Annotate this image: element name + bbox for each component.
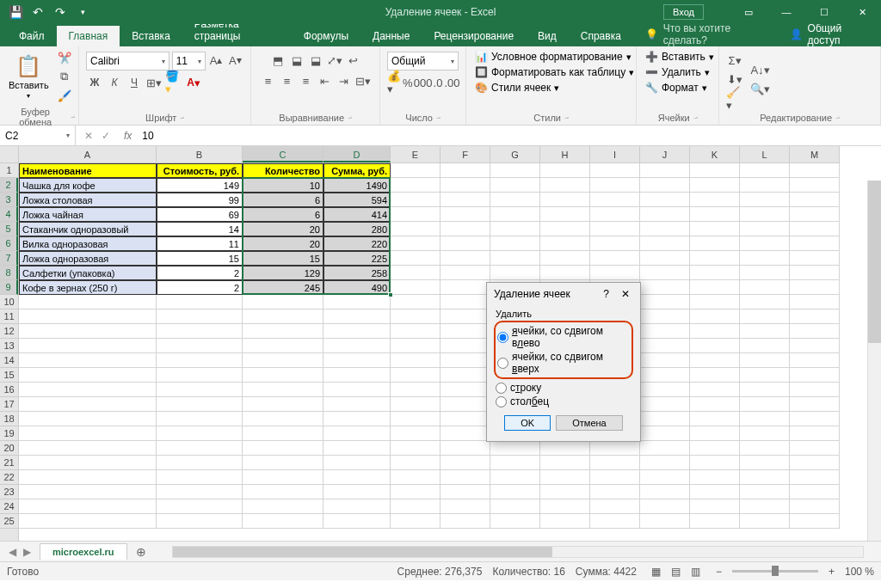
cell[interactable] [640,236,690,251]
undo-icon[interactable]: ↶ [28,2,48,22]
cell[interactable] [490,207,540,222]
dialog-close-button[interactable]: ✕ [618,288,633,300]
row-header[interactable]: 17 [0,397,18,412]
cancel-formula-icon[interactable]: ✕ [84,130,93,142]
cell[interactable] [440,193,490,207]
cut-icon[interactable]: ✂️ [56,49,73,66]
format-cells-button[interactable]: 🔧Формат ▾ [642,81,713,95]
cell[interactable] [740,266,790,280]
selection-handle[interactable] [388,292,393,297]
cell[interactable] [490,441,540,456]
cell[interactable] [740,368,790,383]
cell[interactable] [440,222,490,236]
cell[interactable] [19,456,157,470]
row-header[interactable]: 21 [0,456,18,470]
cell[interactable] [391,383,440,397]
cell[interactable]: Количество [243,163,323,178]
cell[interactable] [740,280,790,295]
cell[interactable] [440,339,490,353]
cell[interactable] [640,383,690,397]
cell[interactable] [640,163,690,178]
cell[interactable] [790,163,840,178]
cell[interactable]: Ложка чайная [19,207,157,222]
cell[interactable] [690,324,740,339]
cell[interactable] [490,178,540,193]
cell[interactable] [243,514,323,529]
cell[interactable] [391,163,440,178]
cell[interactable] [440,470,490,485]
view-page-layout-icon[interactable]: ▤ [667,564,686,579]
row-header[interactable]: 7 [0,251,18,266]
cell[interactable] [740,514,790,529]
cell[interactable] [157,353,243,368]
cell[interactable]: 490 [323,280,391,295]
cell[interactable]: 11 [157,236,243,251]
cell[interactable] [640,280,690,295]
cell[interactable] [440,353,490,368]
cell[interactable] [323,485,391,499]
cell[interactable] [690,426,740,441]
qat-customize-icon[interactable]: ▾ [72,2,93,22]
cell[interactable] [690,163,740,178]
cell[interactable] [640,178,690,193]
cell[interactable]: Чашка для кофе [19,178,157,193]
cell[interactable] [243,426,323,441]
cell[interactable] [440,178,490,193]
zoom-slider[interactable] [732,570,818,573]
cell[interactable] [157,339,243,353]
cell[interactable] [157,441,243,456]
cell[interactable]: 149 [157,178,243,193]
cell[interactable] [640,207,690,222]
cell[interactable] [391,353,440,368]
cell[interactable] [540,499,590,514]
cell[interactable] [790,412,840,426]
cell[interactable] [490,499,540,514]
row-header[interactable]: 18 [0,412,18,426]
row-header[interactable]: 9 [0,280,18,295]
redo-icon[interactable]: ↷ [50,2,71,22]
cell[interactable] [440,207,490,222]
cell[interactable] [440,324,490,339]
maximize-button[interactable]: ☐ [805,0,843,24]
column-header[interactable]: C [243,146,323,162]
share-button[interactable]: 👤Общий доступ [778,22,881,46]
cell[interactable] [323,383,391,397]
cell[interactable] [740,353,790,368]
tellme-search[interactable]: 💡Что вы хотите сделать? [633,22,778,46]
cell[interactable] [740,309,790,324]
cell[interactable] [157,295,243,309]
column-header[interactable]: I [590,146,640,162]
font-combo[interactable]: Calibri▾ [86,52,169,70]
clear-icon[interactable]: 🧹▾ [726,90,743,107]
dialog-help-icon[interactable]: ? [603,288,609,300]
cell[interactable]: 6 [243,207,323,222]
select-all-corner[interactable] [0,146,19,163]
align-right-icon[interactable]: ≡ [298,72,315,89]
cell[interactable] [440,280,490,295]
cell[interactable] [19,368,157,383]
cell[interactable] [690,485,740,499]
column-header[interactable]: F [440,146,490,162]
tab-review[interactable]: Рецензирование [422,26,526,46]
save-icon[interactable]: 💾 [5,2,26,22]
cell[interactable] [590,178,640,193]
cell[interactable]: Салфетки (упаковка) [19,266,157,280]
cell[interactable] [690,266,740,280]
cell[interactable]: Сумма, руб. [323,163,391,178]
cell[interactable] [391,339,440,353]
cell[interactable] [157,514,243,529]
cell[interactable]: Стаканчик одноразовый [19,222,157,236]
cell[interactable] [540,266,590,280]
cell[interactable] [790,222,840,236]
cell[interactable] [440,236,490,251]
cell[interactable]: 20 [243,222,323,236]
cell[interactable] [323,309,391,324]
inc-decimal-icon[interactable]: .0 [434,74,443,91]
cell[interactable] [391,178,440,193]
cell[interactable] [590,193,640,207]
cell[interactable] [640,193,690,207]
conditional-formatting-button[interactable]: 📊Условное форматирование ▾ [471,50,631,64]
bold-button[interactable]: Ж [86,74,103,91]
row-header[interactable]: 5 [0,222,18,236]
cell[interactable] [640,470,690,485]
